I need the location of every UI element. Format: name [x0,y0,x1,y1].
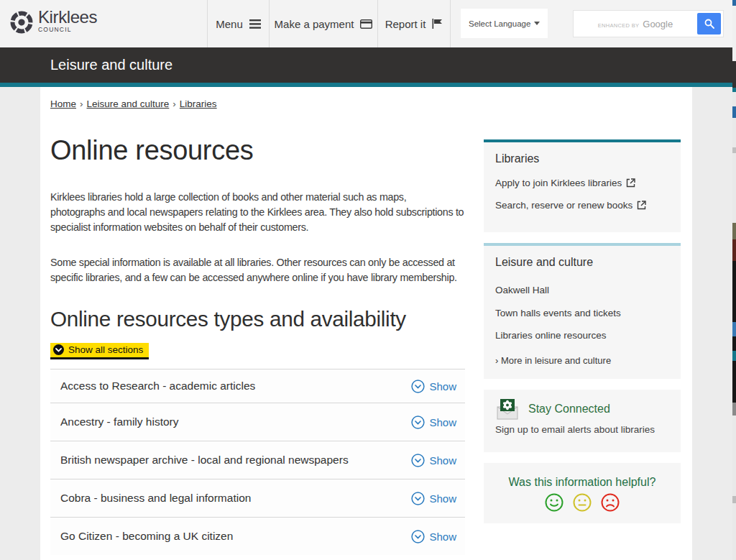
chevron-down-icon [534,22,540,25]
sidebar-link-oakwell[interactable]: Oakwell Hall [495,285,669,295]
show-label: Show [429,492,456,505]
link-label: Apply to join Kirklees libraries [495,178,622,188]
external-link-icon [637,201,646,210]
menu-button[interactable]: Menu [207,0,269,47]
breadcrumb-leisure[interactable]: Leisure and culture [87,98,170,109]
menu-label: Menu [216,18,243,30]
chevron-down-circle-icon [411,492,425,505]
accordion-row[interactable]: British newspaper archive - local and re… [50,441,465,479]
show-link[interactable]: Show [411,454,456,467]
chevron-down-circle-icon [411,454,425,467]
external-link-icon [626,178,635,188]
google-logo: Google [643,19,673,29]
intro-paragraph: Kirklees libraries hold a large collecti… [50,190,476,235]
show-label: Show [429,531,456,543]
neutral-face-icon[interactable] [573,493,592,512]
make-payment-label: Make a payment [275,18,354,30]
stay-connected-title[interactable]: Stay Connected [528,403,610,416]
show-link[interactable]: Show [411,492,456,505]
breadcrumb: Home›Leisure and culture›Libraries [50,98,681,109]
sidebar: Libraries Apply to join Kirklees librari… [484,118,681,555]
link-label: Town halls events and tickets [495,308,621,318]
make-payment-button[interactable]: Make a payment [269,0,377,47]
top-header: Kirklees COUNCIL Menu Make a payment Rep… [0,0,736,47]
accordion-row[interactable]: Access to Research - academic articles S… [50,369,465,403]
feedback-title: Was this information helpful? [495,476,669,489]
section-band: Leisure and culture [0,47,736,83]
section-subtitle: Online resources types and availability [50,308,465,331]
top-nav: Menu Make a payment Report it [207,0,451,47]
site-search: ENHANCED BY Google [573,10,724,37]
sidebar-link-town-halls[interactable]: Town halls events and tickets [495,308,669,318]
chevron-down-circle-icon [411,380,425,393]
search-icon [704,19,714,29]
second-paragraph: Some special information is available at… [50,255,476,285]
main-content: Online resources Kirklees libraries hold… [50,118,465,555]
show-label: Show [429,454,456,467]
leisure-box: Leisure and culture Oakwell Hall Town ha… [484,243,681,379]
sidebar-link-apply[interactable]: Apply to join Kirklees libraries [495,178,669,188]
page-title: Online resources [50,135,465,165]
flag-icon [432,19,443,29]
chevron-down-circle-icon [411,530,425,543]
breadcrumb-libraries[interactable]: Libraries [180,98,217,109]
show-label: Show [429,416,456,428]
link-label: Search, reserve or renew books [495,200,632,211]
language-select[interactable]: Select Language [461,9,548,38]
show-link[interactable]: Show [411,530,456,543]
show-link[interactable]: Show [411,416,456,429]
kirklees-swirl-icon [8,8,35,37]
accordion-title: Access to Research - academic articles [60,380,255,393]
feedback-box: Was this information helpful? [484,463,681,523]
payment-card-icon [360,19,372,29]
search-input[interactable]: ENHANCED BY Google [574,19,697,29]
libraries-box-title: Libraries [495,152,669,165]
link-label: Oakwell Hall [495,285,549,295]
show-all-label: Show all sections [68,344,143,355]
libraries-box: Libraries Apply to join Kirklees librari… [484,139,681,232]
kirklees-logo[interactable]: Kirklees COUNCIL [8,8,97,37]
accordion-title: British newspaper archive - local and re… [60,454,349,467]
accordion-row[interactable]: Go Citizen - becoming a UK citizen Show [50,517,465,555]
breadcrumb-home[interactable]: Home [50,98,76,109]
show-label: Show [429,380,456,393]
section-band-title: Leisure and culture [50,57,172,73]
breadcrumb-separator: › [172,98,176,109]
logo-subtitle: COUNCIL [38,26,97,33]
search-watermark: ENHANCED BY [598,22,639,29]
sidebar-link-search-books[interactable]: Search, reserve or renew books [495,200,669,211]
screen-edge-artifact [732,0,736,560]
accordion: Access to Research - academic articles S… [50,369,465,555]
search-button[interactable] [697,13,721,35]
breadcrumb-separator: › [80,98,83,109]
page: Kirklees COUNCIL Menu Make a payment Rep… [0,0,736,560]
report-it-button[interactable]: Report it [377,0,451,47]
govdelivery-envelope-icon [495,398,520,420]
sidebar-link-libraries-online[interactable]: Libraries online resources [495,330,669,341]
report-it-label: Report it [385,18,426,30]
happy-face-icon[interactable] [545,493,564,512]
hamburger-icon [249,19,261,29]
chevron-down-circle-icon [53,344,64,355]
sidebar-link-more[interactable]: › More in leisure and culture [495,355,669,366]
leisure-box-title: Leisure and culture [495,256,669,269]
link-label: Libraries online resources [495,330,607,341]
content-container: Home›Leisure and culture›Libraries Onlin… [40,87,692,560]
stay-connected-text[interactable]: Sign up to email alerts about libraries [495,424,669,435]
chevron-down-circle-icon [411,416,425,429]
stay-connected-box: Stay Connected Sign up to email alerts a… [484,390,681,452]
language-select-label: Select Language [469,19,530,28]
show-all-sections-button[interactable]: Show all sections [50,343,149,359]
accordion-title: Ancestry - family history [60,416,179,428]
show-link[interactable]: Show [411,380,456,393]
accordion-row[interactable]: Ancestry - family history Show [50,403,465,441]
accordion-title: Go Citizen - becoming a UK citizen [60,530,233,543]
accordion-row[interactable]: Cobra - business and legal information S… [50,479,465,517]
accordion-title: Cobra - business and legal information [60,492,251,505]
logo-name: Kirklees [38,8,97,27]
sad-face-icon[interactable] [601,493,620,512]
